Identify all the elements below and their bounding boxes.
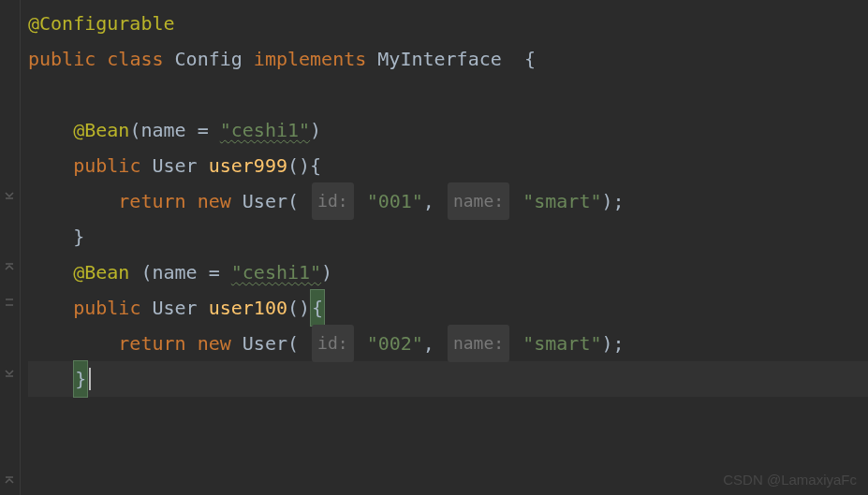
param-hint: name:	[448, 182, 509, 220]
caret	[89, 368, 91, 390]
annotation: @Configurable	[28, 6, 175, 41]
gutter	[0, 0, 21, 495]
fold-icon[interactable]	[3, 473, 16, 487]
code-line	[28, 77, 868, 112]
param-hint: name:	[448, 325, 509, 362]
code-line: public User user999(){	[28, 148, 868, 183]
annotation: @Bean	[73, 255, 129, 290]
fold-icon[interactable]	[3, 367, 16, 380]
code-line: public class Config implements MyInterfa…	[28, 41, 868, 77]
watermark: CSDN @LamaxiyaFc	[723, 472, 857, 488]
param-hint: id:	[312, 182, 354, 220]
fold-icon[interactable]	[3, 189, 16, 202]
method-name: user100	[209, 290, 287, 326]
code-editor[interactable]: @Configurable public class Config implem…	[0, 0, 868, 495]
code-line: public User user100(){	[28, 290, 868, 326]
code-line: return new User( id: "001", name: "smart…	[28, 183, 868, 219]
fold-icon[interactable]	[3, 260, 16, 273]
code-line: return new User( id: "002", name: "smart…	[28, 326, 868, 361]
annotation: @Bean	[73, 112, 129, 148]
fold-icon[interactable]	[3, 296, 16, 309]
method-name: user999	[209, 148, 287, 183]
code-line: @Bean(name = "ceshi1")	[28, 112, 868, 148]
code-line: }	[28, 219, 868, 255]
code-line: @Configurable	[28, 6, 868, 41]
code-line-current: }	[28, 361, 868, 397]
code-area[interactable]: @Configurable public class Config implem…	[21, 0, 868, 495]
param-hint: id:	[312, 325, 354, 362]
code-line: @Bean (name = "ceshi1")	[28, 255, 868, 290]
